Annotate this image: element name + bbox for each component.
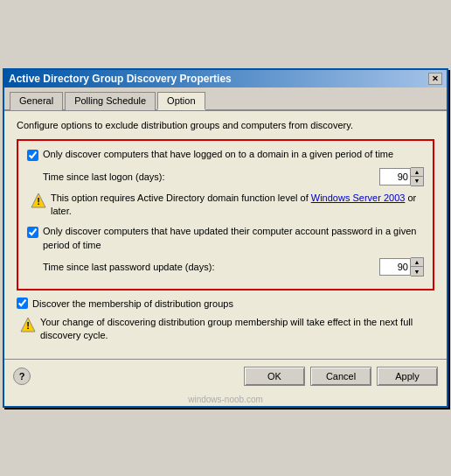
option1-row: Only discover computers that have logged… [27,148,424,161]
tab-general[interactable]: General [10,92,63,110]
tab-option[interactable]: Option [157,92,205,110]
main-window: Active Directory Group Discovery Propert… [3,68,448,408]
warning2-text: Your change of discovering distribution … [40,316,434,343]
option2-row: Only discover computers that have update… [27,225,424,252]
warning1-text: This option requires Active Directory do… [51,192,424,219]
tab-polling-schedule[interactable]: Polling Schedule [65,92,156,110]
logon-days-spinner-buttons: ▲ ▼ [411,167,424,186]
password-days-input[interactable]: 90 [379,258,411,276]
help-button[interactable]: ? [13,368,31,385]
logon-days-up-button[interactable]: ▲ [411,168,423,177]
password-days-spinner: 90 ▲ ▼ [379,257,424,276]
warning1-icon: ! [31,192,46,208]
warning1-row: ! This option requires Active Directory … [31,192,424,219]
option2-label: Only discover computers that have update… [43,225,424,252]
title-bar-buttons: ✕ [428,73,442,85]
password-days-down-button[interactable]: ▼ [411,267,423,276]
options-red-box: Only discover computers that have logged… [17,139,434,290]
apply-button[interactable]: Apply [377,367,438,386]
option1-checkbox[interactable] [27,150,38,161]
title-bar: Active Directory Group Discovery Propert… [4,70,447,88]
watermark: windows-noob.com [4,393,447,406]
option2-checkbox[interactable] [27,227,38,238]
option1-label: Only discover computers that have logged… [43,148,393,161]
logon-days-input[interactable]: 90 [379,168,411,186]
warning2-icon: ! [20,317,36,332]
password-days-up-button[interactable]: ▲ [411,258,423,267]
password-days-spinner-buttons: ▲ ▼ [411,257,424,276]
password-days-row: Time since last password update (days): … [43,257,424,276]
window-title: Active Directory Group Discovery Propert… [9,73,232,85]
tab-bar: General Polling Schedule Option [4,88,447,111]
description-text: Configure options to exclude distributio… [17,120,434,130]
membership-label: Discover the membership of distribution … [32,298,233,309]
content-area: Configure options to exclude distributio… [4,111,447,359]
warning2-row: ! Your change of discovering distributio… [20,316,434,343]
svg-text:!: ! [26,320,30,331]
membership-option-row: Discover the membership of distribution … [17,298,434,309]
footer-buttons: OK Cancel Apply [244,367,438,386]
windows-server-link[interactable]: Windows Server 2003 [311,192,406,203]
password-days-label: Time since last password update (days): [43,262,379,272]
cancel-button[interactable]: Cancel [310,367,371,386]
ok-button[interactable]: OK [244,367,305,386]
logon-days-spinner: 90 ▲ ▼ [379,167,424,186]
logon-days-label: Time since last logon (days): [43,172,379,182]
membership-checkbox[interactable] [17,298,28,309]
close-button[interactable]: ✕ [428,73,442,85]
logon-days-down-button[interactable]: ▼ [411,177,423,186]
svg-text:!: ! [37,196,40,206]
footer: ? OK Cancel Apply [4,359,447,393]
logon-days-row: Time since last logon (days): 90 ▲ ▼ [43,167,424,186]
